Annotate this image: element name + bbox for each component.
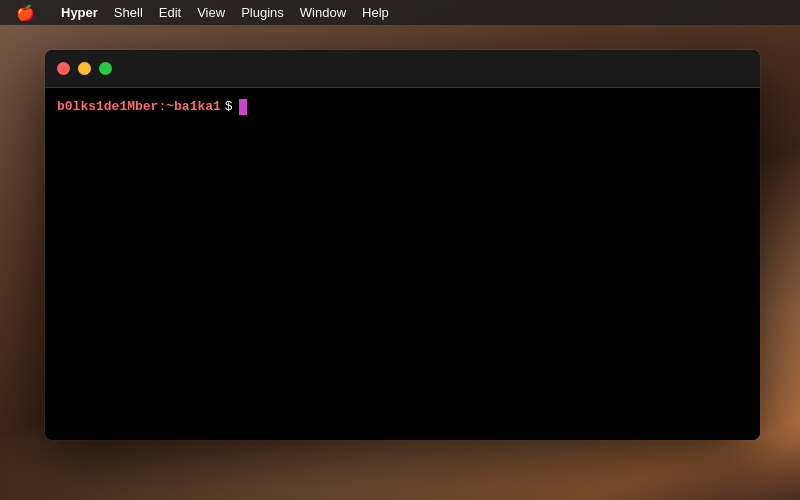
menubar-item-edit[interactable]: Edit [151,0,189,25]
terminal-titlebar [45,50,760,88]
traffic-lights [57,62,112,75]
minimize-button[interactable] [78,62,91,75]
menubar-item-view[interactable]: View [189,0,233,25]
prompt-dollar: $ [225,98,233,116]
prompt-user-host: b0lks1de1Mber [57,98,158,116]
dock-area [0,440,800,500]
close-button[interactable] [57,62,70,75]
maximize-button[interactable] [99,62,112,75]
terminal-prompt-line: b0lks1de1Mber : ~ba1ka1 $ [57,98,748,116]
menubar-item-plugins[interactable]: Plugins [233,0,292,25]
apple-icon: 🍎 [16,4,35,22]
menubar-item-help[interactable]: Help [354,0,397,25]
menubar-item-window[interactable]: Window [292,0,354,25]
terminal-window: b0lks1de1Mber : ~ba1ka1 $ [45,50,760,440]
menubar-app-name[interactable]: Hyper [53,0,106,25]
menubar-item-shell[interactable]: Shell [106,0,151,25]
terminal-cursor [239,99,247,115]
terminal-body[interactable]: b0lks1de1Mber : ~ba1ka1 $ [45,88,760,440]
menubar: 🍎 Hyper Shell Edit View Plugins Window H… [0,0,800,25]
prompt-separator: : [158,98,166,116]
prompt-path: ~ba1ka1 [166,98,221,116]
apple-menu[interactable]: 🍎 [8,0,43,25]
